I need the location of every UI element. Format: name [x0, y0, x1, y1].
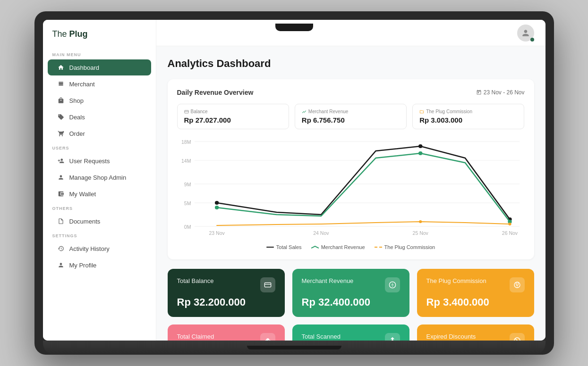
settings-label: SETTINGS: [43, 230, 156, 240]
svg-text:5M: 5M: [184, 201, 191, 206]
sidebar-item-order[interactable]: Order: [48, 125, 151, 141]
sidebar-label-user-requests: User Requests: [69, 158, 110, 165]
sidebar-item-manage-shop-admin[interactable]: Manage Shop Admin: [48, 169, 151, 185]
stat-expired-discounts: Expired Discounts 0: [417, 324, 534, 341]
svg-text:25 Nov: 25 Nov: [412, 231, 428, 236]
svg-point-17: [418, 144, 422, 148]
metric-merchant-revenue: Merchant Revenue Rp 6.756.750: [295, 104, 407, 129]
sidebar-item-dashboard[interactable]: Dashboard: [48, 59, 151, 75]
stat-merchant-revenue: Merchant Revenue Rp 32.400.000: [292, 269, 409, 317]
sidebar-label-documents: Documents: [69, 218, 101, 225]
svg-rect-23: [266, 247, 274, 248]
svg-text:0M: 0M: [184, 225, 191, 230]
legend-total-sales-label: Total Sales: [276, 244, 302, 250]
sidebar-label-order: Order: [69, 130, 85, 137]
date-range-text: 23 Nov - 26 Nov: [484, 89, 525, 96]
sidebar-item-documents[interactable]: Documents: [48, 213, 151, 229]
clock-icon: [57, 245, 65, 252]
topbar: [156, 20, 545, 46]
main-content: Analytics Dashboard Daily Revenue Overvi…: [156, 20, 545, 341]
main-menu-label: MAIN MENU: [43, 49, 156, 59]
stat-claimed-label: Total Claimed: [177, 333, 214, 340]
plug-card-icon: [510, 277, 525, 292]
svg-text:9M: 9M: [184, 182, 191, 187]
stat-scanned-header: Total Scanned: [302, 333, 400, 341]
stat-claimed-header: Total Claimed: [177, 333, 275, 341]
chart-title: Daily Revenue Overview: [177, 89, 254, 96]
sidebar-item-my-wallet[interactable]: My Wallet: [48, 186, 151, 202]
metric-merchant-label: Merchant Revenue: [302, 109, 400, 114]
svg-point-21: [419, 220, 422, 223]
sidebar-label-my-wallet: My Wallet: [69, 191, 96, 198]
metric-merchant-value: Rp 6.756.750: [302, 116, 400, 124]
chart-legend: Total Sales Merchant Revenue The Plug Co…: [177, 244, 525, 250]
stat-merchant-value: Rp 32.400.000: [302, 296, 400, 308]
stat-scanned-label: Total Scanned: [302, 333, 341, 340]
stat-merchant-header: Merchant Revenue: [302, 277, 400, 292]
stats-row-1: Total Balance Rp 32.200.000 Merchant Rev…: [168, 269, 534, 317]
sidebar-item-shop[interactable]: Shop: [48, 92, 151, 108]
stat-plug-commission: The Plug Commission Rp 3.400.000: [417, 269, 534, 317]
line-chart: 18M 14M 9M 5M 0M: [177, 137, 525, 241]
stat-balance-label: Total Balance: [177, 277, 214, 284]
date-range: 23 Nov - 26 Nov: [476, 89, 525, 96]
page-title: Analytics Dashboard: [168, 58, 534, 70]
svg-text:14M: 14M: [181, 158, 190, 164]
svg-text:18M: 18M: [181, 140, 190, 145]
logo: The Plug: [43, 29, 156, 49]
metric-balance: Balance Rp 27.027.000: [177, 104, 289, 129]
svg-text:24 Nov: 24 Nov: [313, 231, 329, 236]
legend-merchant-revenue: Merchant Revenue: [311, 244, 365, 250]
svg-point-15: [214, 201, 218, 205]
merchant-card-icon: [385, 277, 400, 292]
sidebar-item-my-profile[interactable]: My Profile: [48, 257, 151, 273]
sidebar-label-manage-shop-admin: Manage Shop Admin: [69, 174, 127, 181]
shop-icon: [57, 97, 65, 104]
others-label: OTHERS: [43, 202, 156, 213]
claimed-card-icon: [260, 333, 275, 341]
store-icon: [57, 80, 65, 88]
stat-balance-header: Total Balance: [177, 277, 275, 292]
svg-rect-0: [184, 110, 188, 113]
sidebar-item-merchant[interactable]: Merchant: [48, 76, 151, 92]
stat-plug-value: Rp 3.400.000: [426, 296, 525, 308]
metric-plug-label: The Plug Commission: [419, 109, 517, 114]
avatar[interactable]: [517, 25, 534, 42]
expired-card-icon: [510, 333, 525, 341]
metric-balance-label: Balance: [184, 109, 282, 114]
stat-merchant-label: Merchant Revenue: [302, 277, 354, 284]
chart-header: Daily Revenue Overview 23 Nov - 26 Nov: [177, 89, 525, 96]
sidebar-item-activity-history[interactable]: Activity History: [48, 241, 151, 257]
stats-row-2: Total Claimed 34 Total Scanned: [168, 324, 534, 341]
sidebar-label-merchant: Merchant: [69, 81, 95, 88]
sidebar-label-dashboard: Dashboard: [69, 64, 100, 71]
legend-plug-commission-label: The Plug Commission: [384, 244, 435, 250]
svg-text:23 Nov: 23 Nov: [209, 231, 225, 236]
sidebar-label-activity-history: Activity History: [69, 245, 110, 252]
sidebar-label-shop: Shop: [69, 97, 84, 104]
svg-point-18: [214, 206, 218, 209]
profile-icon: [57, 261, 65, 269]
metric-plug-commission: The Plug Commission Rp 3.003.000: [412, 104, 524, 129]
person-icon: [57, 174, 65, 181]
svg-point-22: [508, 223, 511, 225]
metric-balance-value: Rp 27.027.000: [184, 116, 282, 124]
content-area: Analytics Dashboard Daily Revenue Overvi…: [156, 46, 545, 341]
tag-icon: [57, 113, 65, 121]
sidebar-item-user-requests[interactable]: User Requests: [48, 153, 151, 169]
sidebar-label-my-profile: My Profile: [69, 262, 97, 269]
sidebar-label-deals: Deals: [69, 114, 85, 121]
svg-point-19: [418, 151, 422, 155]
doc-icon: [57, 217, 65, 225]
metric-pills: Balance Rp 27.027.000 Merchant Revenue R…: [177, 104, 525, 129]
metric-plug-value: Rp 3.003.000: [419, 116, 517, 124]
legend-merchant-revenue-label: Merchant Revenue: [321, 244, 365, 250]
person-add-icon: [57, 157, 65, 165]
logo-prefix: The: [52, 29, 69, 39]
wallet-icon: [57, 190, 65, 198]
legend-plug-commission: The Plug Commission: [375, 244, 435, 250]
stat-plug-header: The Plug Commission: [426, 277, 525, 292]
scanned-card-icon: [385, 333, 400, 341]
stat-total-scanned: Total Scanned 0: [292, 324, 409, 341]
sidebar-item-deals[interactable]: Deals: [48, 109, 151, 125]
